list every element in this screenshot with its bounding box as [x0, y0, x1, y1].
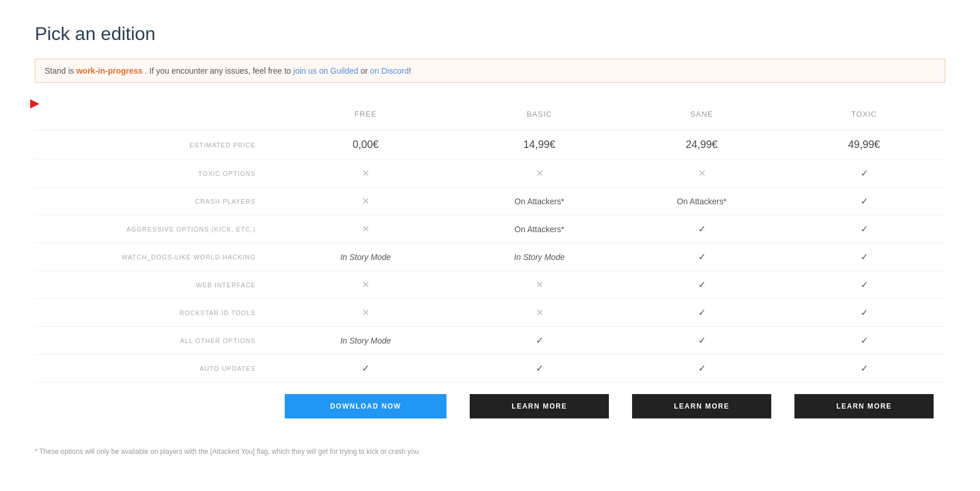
- cell-basic-5: ✕: [458, 271, 620, 299]
- col-basic: BASIC: [458, 104, 620, 131]
- cell-basic-4: In Story Mode: [458, 243, 620, 271]
- comparison-table: FREE BASIC SANE TOXIC ESTIMATED PRICE0,0…: [35, 104, 945, 430]
- feature-label: ESTIMATED PRICE: [35, 131, 273, 160]
- story-mode-text: In Story Mode: [340, 252, 391, 262]
- notice-bar: Stand is work-in-progress . If you encou…: [35, 59, 945, 83]
- check-icon: ✓: [698, 363, 706, 373]
- cell-sane-5: ✓: [620, 271, 783, 299]
- cell-basic-8: ✓: [458, 355, 620, 382]
- feature-label: AUTO UPDATES: [35, 355, 273, 382]
- sane-learn-more-button[interactable]: LEARN MORE: [632, 394, 771, 418]
- col-feature: [35, 104, 273, 131]
- cell-toxic-4: ✓: [783, 243, 945, 271]
- attackers-text: On Attackers*: [677, 197, 727, 206]
- cell-toxic-8: ✓: [783, 355, 945, 382]
- cell-sane-3: ✓: [620, 215, 783, 243]
- cross-icon: ✕: [362, 280, 369, 290]
- download-now-button-cell: DOWNLOAD NOW: [273, 382, 458, 431]
- check-icon: ✓: [698, 335, 706, 345]
- cell-toxic-5: ✓: [783, 271, 945, 299]
- feature-label: CRASH PLAYERS: [35, 187, 273, 215]
- feature-label: ROCKSTAR ID TOOLS: [35, 299, 273, 327]
- check-icon: ✓: [861, 224, 868, 234]
- download-now-button[interactable]: DOWNLOAD NOW: [285, 394, 447, 418]
- cell-toxic-7: ✓: [783, 327, 945, 355]
- toxic-learn-more-button[interactable]: LEARN MORE: [794, 394, 934, 418]
- cell-basic-2: On Attackers*: [458, 187, 620, 215]
- check-icon: ✓: [362, 363, 369, 373]
- cell-sane-4: ✓: [620, 243, 783, 271]
- attackers-text: On Attackers*: [514, 225, 564, 234]
- cross-icon: ✕: [536, 308, 543, 317]
- notice-bold: work-in-progress: [76, 66, 142, 75]
- story-mode-text: In Story Mode: [340, 336, 391, 345]
- feature-label: AGGRESSIVE OPTIONS (KICK, ETC.): [35, 215, 273, 243]
- col-free: FREE: [273, 104, 458, 131]
- story-mode-text: In Story Mode: [514, 252, 565, 262]
- guilded-link[interactable]: join us on Guilded: [293, 66, 358, 75]
- cell-free-3: ✕: [273, 215, 458, 243]
- check-icon: ✓: [861, 335, 868, 345]
- cell-free-1: ✕: [273, 160, 458, 187]
- toxic-learn-more-button-cell: LEARN MORE: [783, 382, 945, 431]
- cell-basic-0: 14,99€: [458, 131, 620, 160]
- check-icon: ✓: [698, 252, 706, 262]
- check-icon: ✓: [861, 196, 868, 206]
- cross-icon: ✕: [362, 224, 369, 234]
- comparison-table-wrapper: FREE BASIC SANE TOXIC ESTIMATED PRICE0,0…: [35, 104, 945, 430]
- cell-toxic-3: ✓: [783, 215, 945, 243]
- cell-basic-3: On Attackers*: [458, 215, 620, 243]
- cell-sane-6: ✓: [620, 299, 783, 327]
- page-title: Pick an edition: [35, 23, 945, 45]
- check-icon: ✓: [861, 168, 868, 178]
- cell-free-4: In Story Mode: [273, 243, 458, 271]
- cell-free-7: In Story Mode: [273, 327, 458, 355]
- btn-spacer: [35, 382, 273, 431]
- cross-icon: ✕: [698, 168, 706, 178]
- sane-learn-more-button-cell: LEARN MORE: [620, 382, 783, 431]
- cell-basic-1: ✕: [458, 160, 620, 187]
- check-icon: ✓: [536, 363, 543, 373]
- basic-learn-more-button[interactable]: LEARN MORE: [470, 394, 609, 418]
- cell-sane-2: On Attackers*: [620, 187, 783, 215]
- feature-label: ALL OTHER OPTIONS: [35, 327, 273, 355]
- cell-basic-6: ✕: [458, 299, 620, 327]
- discord-link[interactable]: on Discord: [370, 66, 409, 75]
- cross-icon: ✕: [536, 168, 543, 178]
- cross-icon: ✕: [362, 308, 369, 317]
- basic-learn-more-button-cell: LEARN MORE: [458, 382, 620, 431]
- cross-icon: ✕: [536, 280, 543, 290]
- feature-label: TOXIC OPTIONS: [35, 160, 273, 187]
- button-row: DOWNLOAD NOWLEARN MORELEARN MORELEARN MO…: [35, 382, 945, 431]
- check-icon: ✓: [698, 308, 706, 317]
- cell-sane-8: ✓: [620, 355, 783, 382]
- check-icon: ✓: [698, 280, 706, 290]
- footnote: * These options will only be available o…: [35, 442, 945, 456]
- cross-icon: ✕: [362, 196, 369, 206]
- attackers-text: On Attackers*: [514, 197, 564, 206]
- cell-basic-7: ✓: [458, 327, 620, 355]
- cell-toxic-0: 49,99€: [783, 131, 945, 160]
- cell-sane-0: 24,99€: [620, 131, 783, 160]
- col-toxic: TOXIC: [783, 104, 945, 131]
- check-icon: ✓: [698, 224, 706, 234]
- cell-sane-7: ✓: [620, 327, 783, 355]
- check-icon: ✓: [861, 252, 868, 262]
- cell-free-2: ✕: [273, 187, 458, 215]
- cell-free-5: ✕: [273, 271, 458, 299]
- cell-free-8: ✓: [273, 355, 458, 382]
- cell-free-6: ✕: [273, 299, 458, 327]
- cross-icon: ✕: [362, 168, 369, 178]
- check-icon: ✓: [861, 308, 868, 317]
- cell-sane-1: ✕: [620, 160, 783, 187]
- cell-toxic-6: ✓: [783, 299, 945, 327]
- feature-label: WEB INTERFACE: [35, 271, 273, 299]
- cell-free-0: 0,00€: [273, 131, 458, 160]
- cell-toxic-1: ✓: [783, 160, 945, 187]
- check-icon: ✓: [861, 363, 868, 373]
- check-icon: ✓: [536, 335, 543, 345]
- cell-toxic-2: ✓: [783, 187, 945, 215]
- feature-label: WATCH_DOGS-LIKE WORLD HACKING: [35, 243, 273, 271]
- check-icon: ✓: [861, 280, 868, 290]
- col-sane: SANE: [620, 104, 783, 131]
